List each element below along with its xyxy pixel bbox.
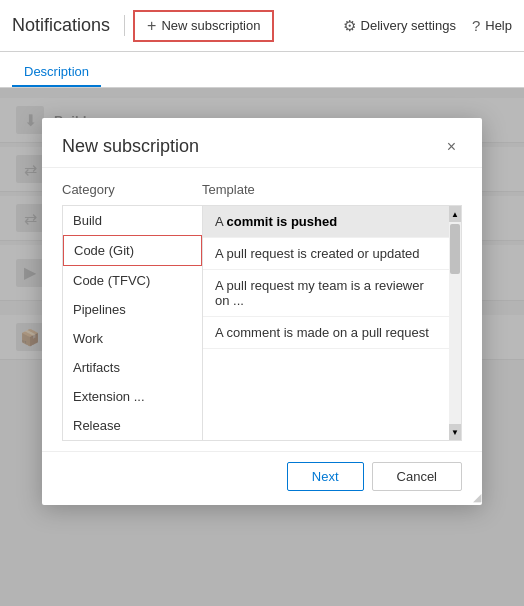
- category-item-extension[interactable]: Extension ...: [63, 382, 202, 411]
- modal-footer: Next Cancel: [42, 451, 482, 505]
- modal-overlay: New subscription × Category Template Bui…: [0, 88, 524, 606]
- category-item-release[interactable]: Release: [63, 411, 202, 440]
- category-col-header: Category: [62, 182, 202, 197]
- template-item-commit-pushed[interactable]: A commit is pushed: [203, 206, 449, 238]
- tabs-bar: Description: [0, 52, 524, 88]
- category-item-code-git[interactable]: Code (Git): [63, 235, 202, 266]
- top-bar: Notifications + New subscription ⚙ Deliv…: [0, 0, 524, 52]
- template-list-wrapper: A commit is pushed A pull request is cre…: [203, 206, 461, 440]
- gear-icon: ⚙: [343, 17, 356, 35]
- highlight-pushed: pushed: [291, 214, 337, 229]
- scrollbar-down-button[interactable]: ▼: [449, 424, 461, 440]
- modal-body: Category Template Build Code (Git) Code …: [42, 168, 482, 451]
- modal-header: New subscription ×: [42, 118, 482, 168]
- category-item-pipelines[interactable]: Pipelines: [63, 295, 202, 324]
- highlight-is: is: [276, 214, 287, 229]
- modal-lists: Build Code (Git) Code (TFVC) Pipelines W…: [62, 205, 462, 441]
- modal-title: New subscription: [62, 136, 199, 157]
- page-title: Notifications: [12, 15, 125, 36]
- highlight-commit: commit: [227, 214, 273, 229]
- template-item-pr-created[interactable]: A pull request is created or updated: [203, 238, 449, 270]
- next-button[interactable]: Next: [287, 462, 364, 491]
- category-item-artifacts[interactable]: Artifacts: [63, 353, 202, 382]
- cancel-button[interactable]: Cancel: [372, 462, 462, 491]
- help-icon: ?: [472, 17, 480, 34]
- delivery-settings-button[interactable]: ⚙ Delivery settings: [343, 17, 456, 35]
- modal-col-headers: Category Template: [62, 182, 462, 197]
- scrollbar-track: [449, 222, 461, 424]
- tab-description[interactable]: Description: [12, 58, 101, 87]
- category-item-build[interactable]: Build: [63, 206, 202, 235]
- template-col-header: Template: [202, 182, 462, 197]
- category-item-code-tfvc[interactable]: Code (TFVC): [63, 266, 202, 295]
- template-scrollbar[interactable]: ▲ ▼: [449, 206, 461, 440]
- plus-icon: +: [147, 17, 156, 35]
- resize-handle[interactable]: ◢: [468, 491, 482, 505]
- top-bar-actions: ⚙ Delivery settings ? Help: [343, 17, 512, 35]
- modal-dialog: New subscription × Category Template Bui…: [42, 118, 482, 505]
- page-background: ⬇ Build ⇄ Code Na... ⇄ M... Na... ▶ Pipe…: [0, 88, 524, 606]
- scrollbar-thumb[interactable]: [450, 224, 460, 274]
- delivery-settings-label: Delivery settings: [361, 18, 456, 33]
- category-list: Build Code (Git) Code (TFVC) Pipelines W…: [63, 206, 203, 440]
- template-list: A commit is pushed A pull request is cre…: [203, 206, 461, 440]
- category-item-work[interactable]: Work: [63, 324, 202, 353]
- new-subscription-label: New subscription: [161, 18, 260, 33]
- help-label: Help: [485, 18, 512, 33]
- scrollbar-up-button[interactable]: ▲: [449, 206, 461, 222]
- help-button[interactable]: ? Help: [472, 17, 512, 34]
- modal-close-button[interactable]: ×: [441, 137, 462, 157]
- template-item-pr-reviewer[interactable]: A pull request my team is a reviewer on …: [203, 270, 449, 317]
- new-subscription-button[interactable]: + New subscription: [133, 10, 274, 42]
- template-item-comment-pr[interactable]: A comment is made on a pull request: [203, 317, 449, 349]
